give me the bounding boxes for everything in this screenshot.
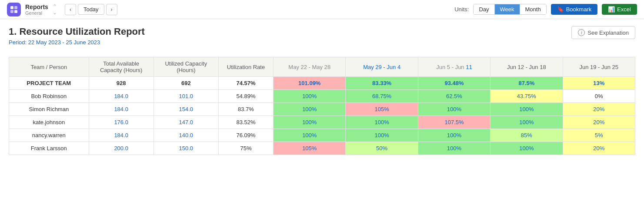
see-explanation-button[interactable]: i See Explanation	[571, 26, 635, 39]
svg-rect-0	[10, 6, 13, 9]
th-team: Team / Person	[9, 57, 89, 77]
bookmark-label: Bookmark	[566, 6, 592, 13]
cell-week2: 100%	[346, 116, 418, 129]
cell-utilized: 150.0	[153, 142, 218, 155]
units-label: Units:	[454, 6, 469, 13]
see-explanation-label: See Explanation	[587, 30, 629, 36]
cell-total: 184.0	[89, 90, 153, 103]
cell-week2: 100%	[346, 129, 418, 142]
utilized-value: 147.0	[179, 119, 194, 125]
cell-team-name: nancy.warren	[9, 129, 89, 142]
th-week5: Jun 19 - Jun 25	[563, 57, 635, 77]
cell-total: 928	[89, 77, 153, 90]
cell-utilized: 140.0	[153, 129, 218, 142]
cell-utilized: 154.0	[153, 103, 218, 116]
cell-week3: 100%	[418, 129, 490, 142]
svg-rect-3	[14, 10, 17, 13]
total-value: 200.0	[114, 145, 128, 152]
utilized-value: 140.0	[179, 132, 194, 139]
total-value: 176.0	[114, 119, 128, 125]
info-icon: i	[578, 29, 585, 36]
app-logo	[7, 3, 21, 16]
cell-week5: 13%	[563, 77, 635, 90]
bookmark-icon: 🔖	[557, 6, 564, 13]
week2-label: May 29 - Jun 4	[363, 64, 400, 70]
general-label: General	[25, 10, 48, 16]
cell-team-name: Simon Richman	[9, 103, 89, 116]
table-row: Frank Larsson 200.0 150.0 75% 105% 50% 1…	[9, 142, 635, 155]
cell-week4: 87.5%	[491, 77, 563, 90]
cell-team-name: Frank Larsson	[9, 142, 89, 155]
cell-week5: 20%	[563, 116, 635, 129]
svg-rect-2	[10, 10, 13, 13]
unit-day-button[interactable]: Day	[474, 4, 494, 14]
top-bar: Reports General ⌃⌄ ‹ Today › Units: Day …	[0, 0, 644, 19]
cell-week1: 100%	[274, 116, 346, 129]
table-row: Simon Richman 184.0 154.0 83.7% 100% 105…	[9, 103, 635, 116]
bookmark-button[interactable]: 🔖 Bookmark	[551, 4, 598, 15]
cell-utilized: 147.0	[153, 116, 218, 129]
th-week3: Jun 5 - Jun 11	[418, 57, 490, 77]
cell-week4: 43.75%	[491, 90, 563, 103]
week1-label-part1: May 22 - May	[288, 64, 324, 70]
table-row: Bob Robinson 184.0 101.0 54.89% 100% 68.…	[9, 90, 635, 103]
cell-week1: 100%	[274, 90, 346, 103]
th-rate: Utilization Rate	[218, 57, 273, 77]
cell-utilized: 692	[153, 77, 218, 90]
unit-week-button[interactable]: Week	[495, 4, 520, 14]
cell-total: 176.0	[89, 116, 153, 129]
utilized-value: 154.0	[179, 106, 194, 112]
units-group: Day Week Month	[473, 4, 546, 15]
cell-week5: 20%	[563, 103, 635, 116]
cell-team-name: kate.johnson	[9, 116, 89, 129]
th-week1: May 22 - May 28	[274, 57, 346, 77]
next-button[interactable]: ›	[106, 4, 117, 15]
cell-rate: 54.89%	[218, 90, 273, 103]
table-header-row: Team / Person Total Available Capacity (…	[9, 57, 635, 77]
cell-week1: 100%	[274, 103, 346, 116]
utilized-value: 150.0	[179, 145, 194, 152]
cell-week4: 100%	[491, 103, 563, 116]
prev-button[interactable]: ‹	[65, 4, 76, 15]
reports-label: Reports	[25, 3, 48, 10]
week1-label-part2: 28	[324, 64, 330, 70]
unit-month-button[interactable]: Month	[520, 4, 546, 14]
cell-week5: 20%	[563, 142, 635, 155]
utilized-value: 692	[181, 80, 191, 86]
expand-icon[interactable]: ⌃⌄	[53, 3, 57, 16]
cell-week1: 105%	[274, 142, 346, 155]
cell-week4: 100%	[491, 142, 563, 155]
cell-week4: 100%	[491, 116, 563, 129]
report-table: Team / Person Total Available Capacity (…	[9, 57, 635, 155]
top-bar-right: Units: Day Week Month 🔖 Bookmark 📊 Excel	[454, 4, 637, 15]
cell-week3: 107.5%	[418, 116, 490, 129]
cell-rate: 83.52%	[218, 116, 273, 129]
reports-info: Reports General	[25, 3, 48, 16]
excel-button[interactable]: 📊 Excel	[602, 4, 637, 15]
report-period: Period: 22 May 2023 - 25 June 2023	[9, 39, 145, 46]
cell-team-name: PROJECT TEAM	[9, 77, 89, 90]
cell-rate: 74.57%	[218, 77, 273, 90]
week3-label-jun5: Jun 5 - Jun	[436, 64, 466, 70]
cell-week3: 93.48%	[418, 77, 490, 90]
cell-total: 184.0	[89, 129, 153, 142]
cell-total: 184.0	[89, 103, 153, 116]
cell-week5: 0%	[563, 90, 635, 103]
table-row: kate.johnson 176.0 147.0 83.52% 100% 100…	[9, 116, 635, 129]
cell-total: 200.0	[89, 142, 153, 155]
cell-week2: 68.75%	[346, 90, 418, 103]
cell-utilized: 101.0	[153, 90, 218, 103]
report-header-row: 1. Resource Utilization Report Period: 2…	[9, 26, 635, 53]
excel-icon: 📊	[608, 6, 615, 13]
report-title-section: 1. Resource Utilization Report Period: 2…	[9, 26, 145, 53]
cell-week2: 105%	[346, 103, 418, 116]
cell-week5: 5%	[563, 129, 635, 142]
utilized-value: 101.0	[179, 93, 194, 99]
cell-week2: 50%	[346, 142, 418, 155]
table-row: nancy.warren 184.0 140.0 76.09% 100% 100…	[9, 129, 635, 142]
th-utilized: Utilized Capacity (Hours)	[153, 57, 218, 77]
today-button[interactable]: Today	[78, 4, 104, 15]
th-week2: May 29 - Jun 4	[346, 57, 418, 77]
cell-rate: 75%	[218, 142, 273, 155]
cell-week2: 83.33%	[346, 77, 418, 90]
